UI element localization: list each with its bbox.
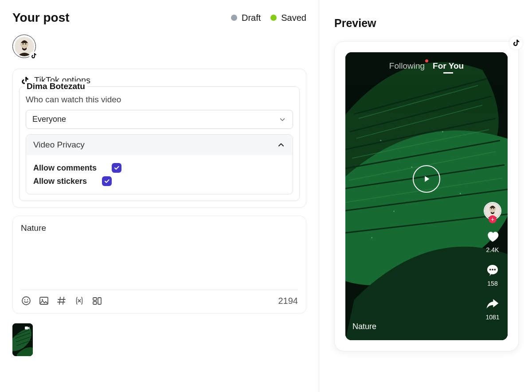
share-count: 1081	[485, 314, 499, 321]
video-privacy-section: Video Privacy Allow comments	[26, 134, 293, 194]
svg-rect-7	[40, 297, 48, 304]
allow-comments-checkbox[interactable]	[112, 163, 121, 173]
svg-point-4	[22, 297, 30, 305]
share-icon	[485, 297, 500, 311]
svg-point-6	[27, 299, 28, 300]
svg-point-8	[42, 299, 43, 300]
phone-screen: Following For You	[345, 52, 508, 340]
svg-point-27	[492, 269, 493, 271]
tab-following[interactable]: Following	[389, 61, 425, 71]
tab-for-you[interactable]: For You	[433, 61, 464, 71]
allow-stickers-label: Allow stickers	[33, 177, 87, 186]
privacy-label: Who can watch this video	[26, 95, 293, 105]
tab-following-label: Following	[389, 61, 425, 70]
allow-stickers-row: Allow stickers	[33, 175, 286, 188]
allow-comments-label: Allow comments	[33, 163, 97, 173]
caption-input[interactable]: Nature	[21, 223, 298, 290]
svg-point-23	[491, 208, 492, 209]
tiktok-options-card: TikTok options Dima Botezatu Who can wat…	[12, 69, 306, 208]
video-icon	[24, 325, 31, 331]
svg-rect-11	[98, 298, 101, 304]
comment-count: 158	[487, 280, 497, 287]
status-draft: Draft	[231, 13, 261, 23]
status-saved: Saved	[270, 13, 306, 23]
tab-for-you-label: For You	[433, 61, 464, 70]
svg-point-17	[442, 131, 443, 132]
follow-plus-icon[interactable]: +	[489, 215, 497, 223]
divider	[21, 290, 298, 290]
status-saved-label: Saved	[281, 13, 306, 23]
privacy-select-value: Everyone	[32, 115, 66, 124]
image-icon[interactable]	[39, 295, 49, 306]
emoji-icon[interactable]	[21, 295, 31, 306]
status-draft-dot	[231, 15, 237, 21]
share-button[interactable]: 1081	[485, 297, 500, 321]
svg-rect-10	[93, 302, 97, 304]
status-saved-dot	[270, 15, 277, 21]
comment-button[interactable]: 158	[485, 263, 500, 287]
svg-point-18	[460, 193, 461, 194]
privacy-select[interactable]: Everyone	[26, 110, 293, 129]
account-name: Dima Botezatu	[25, 82, 87, 91]
preview-caption: Nature	[352, 322, 376, 331]
page-title: Your post	[12, 11, 70, 25]
svg-point-3	[25, 43, 26, 44]
preview-title: Preview	[334, 17, 520, 30]
comment-icon	[485, 263, 500, 277]
template-icon[interactable]	[92, 295, 102, 306]
status-group: Draft Saved	[231, 13, 306, 23]
svg-rect-13	[25, 326, 28, 330]
svg-point-24	[493, 208, 494, 209]
char-count: 2194	[278, 296, 298, 306]
svg-point-2	[22, 43, 23, 44]
chevron-down-icon	[278, 116, 286, 124]
tiktok-icon	[29, 51, 38, 60]
tiktok-icon	[509, 36, 523, 50]
like-button[interactable]: 2.4K	[485, 229, 500, 253]
preview-card: Following For You	[334, 41, 519, 351]
hashtag-icon[interactable]	[56, 295, 67, 306]
status-draft-label: Draft	[242, 13, 261, 23]
svg-point-20	[371, 237, 372, 238]
caption-card: Nature	[12, 216, 306, 314]
like-count: 2.4K	[486, 246, 499, 253]
video-privacy-toggle[interactable]: Video Privacy	[26, 135, 293, 155]
allow-comments-row: Allow comments	[33, 161, 286, 175]
play-button[interactable]	[413, 165, 440, 193]
variable-icon[interactable]	[74, 295, 85, 306]
svg-point-5	[24, 299, 25, 300]
account-avatar[interactable]	[12, 35, 36, 58]
svg-rect-9	[93, 298, 97, 300]
chevron-up-icon	[277, 140, 286, 149]
svg-point-16	[411, 167, 412, 168]
play-icon	[422, 174, 431, 184]
notification-dot	[425, 59, 428, 62]
heart-icon	[485, 229, 500, 244]
svg-point-28	[494, 269, 496, 271]
media-thumbnail[interactable]	[12, 323, 33, 356]
account-fieldset: Dima Botezatu Who can watch this video E…	[19, 86, 300, 201]
allow-stickers-checkbox[interactable]	[102, 176, 112, 186]
svg-point-26	[489, 269, 491, 271]
preview-profile-avatar[interactable]: +	[484, 202, 501, 220]
svg-point-15	[380, 140, 381, 141]
svg-point-19	[393, 210, 395, 212]
video-privacy-label: Video Privacy	[33, 140, 85, 150]
